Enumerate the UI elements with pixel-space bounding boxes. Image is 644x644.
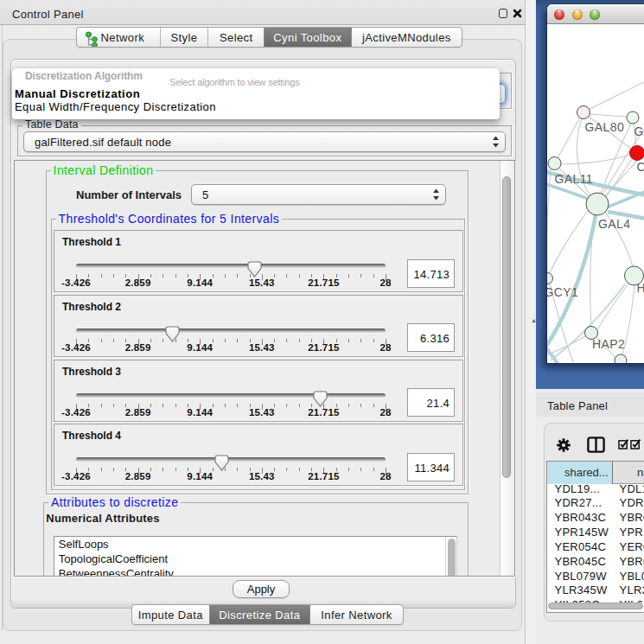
tab-jactivemnodules[interactable]: jActiveMNodules xyxy=(351,28,462,47)
tab-label: Infer Network xyxy=(321,609,392,622)
node-label-gcy1: GCY1 xyxy=(547,285,578,299)
slider-tick-labels: -3.426 2.859 9.144 15.43 21.715 28 xyxy=(76,342,386,353)
threshold-2-panel: Threshold 2 -3.426 2.859 9.144 15.43 21.… xyxy=(54,295,463,357)
tick-label: 9.144 xyxy=(187,342,213,353)
tick-label: 28 xyxy=(379,277,391,288)
table-data-label: Table Data xyxy=(22,118,81,131)
panel-left-border xyxy=(2,25,3,631)
float-window-icon[interactable] xyxy=(499,9,507,18)
tick-label: 21.715 xyxy=(308,407,339,418)
settings-scrollbar-thumb[interactable] xyxy=(502,176,511,478)
threshold-4-slider-thumb[interactable] xyxy=(214,455,229,471)
threshold-3-value[interactable]: 21.4 xyxy=(407,388,455,417)
node-gcy1[interactable] xyxy=(547,273,553,284)
tab-label: Network xyxy=(101,31,144,44)
attributes-scrollbar[interactable] xyxy=(445,537,456,577)
close-traffic-light[interactable] xyxy=(554,10,564,20)
thresholds-group-label: Threshold's Coordinates for 5 Intervals xyxy=(56,213,283,226)
tick-label: 2.859 xyxy=(125,342,151,353)
node-label-c: C xyxy=(637,160,644,174)
tick-label: 21.715 xyxy=(308,471,339,481)
cell-name: YPR14 xyxy=(620,527,644,539)
tick-label: -3.426 xyxy=(61,277,91,288)
tab-style[interactable]: Style xyxy=(160,28,208,47)
tick-label: -3.426 xyxy=(61,407,91,418)
node-red[interactable] xyxy=(630,146,644,161)
threshold-1-slider-thumb[interactable] xyxy=(247,261,262,277)
column-header-name[interactable]: na xyxy=(637,462,644,484)
node-label-hap2: HAP2 xyxy=(592,337,625,351)
tab-label: Cyni Toolbox xyxy=(273,31,341,44)
zoom-traffic-light[interactable] xyxy=(590,10,600,20)
node-label-gal11: GAL11 xyxy=(555,172,594,186)
threshold-1-slider-track[interactable] xyxy=(76,264,386,268)
node-label-ga: GA xyxy=(634,124,644,138)
tick-label: -3.426 xyxy=(61,342,91,353)
tab-network[interactable]: Network xyxy=(77,28,160,47)
threshold-4-panel: Threshold 4 -3.426 2.859 9.144 15.43 21.… xyxy=(54,424,463,486)
network-canvas[interactable]: GAL80 GA C GAL11 GAL4 GCY1 H HAP2 xyxy=(547,24,644,363)
list-item[interactable]: TopologicalCoefficient xyxy=(59,552,168,566)
node-ga[interactable] xyxy=(627,112,639,124)
tab-label: Select xyxy=(220,31,253,44)
number-of-intervals-select[interactable]: 5 xyxy=(191,184,446,205)
threshold-1-title: Threshold 1 xyxy=(62,236,121,248)
tab-impute-data[interactable]: Impute Data xyxy=(132,605,209,624)
number-of-intervals-label: Number of Intervals xyxy=(76,188,182,201)
threshold-3-slider-thumb[interactable] xyxy=(313,391,328,407)
threshold-2-slider-track[interactable] xyxy=(76,328,386,333)
cell-name: YBL07 xyxy=(620,571,644,583)
threshold-3-slider-track[interactable] xyxy=(76,393,386,398)
close-icon[interactable] xyxy=(513,9,522,18)
dropdown-item-manual[interactable]: Manual Discretization xyxy=(15,87,140,100)
tick-label: 2.859 xyxy=(125,407,151,418)
checkbox-icon[interactable] xyxy=(618,438,629,450)
threshold-3-title: Threshold 3 xyxy=(62,366,121,378)
slider-tick-labels: -3.426 2.859 9.144 15.43 21.715 28 xyxy=(76,471,386,481)
slider-tick-labels: -3.426 2.859 9.144 15.43 21.715 28 xyxy=(76,407,386,418)
tab-infer-network[interactable]: Infer Network xyxy=(309,605,403,624)
node-gal80[interactable] xyxy=(577,106,590,119)
node-gal11[interactable] xyxy=(548,157,561,170)
node-label-h: H xyxy=(637,281,644,295)
list-item[interactable]: BetweennessCentrality xyxy=(59,566,174,576)
tab-label: Impute Data xyxy=(138,609,203,622)
node-gal4[interactable] xyxy=(586,193,609,215)
threshold-2-slider-thumb[interactable] xyxy=(165,326,180,342)
node-label-gal4: GAL4 xyxy=(598,217,630,231)
threshold-1-value[interactable]: 14.713 xyxy=(407,259,455,288)
tab-select[interactable]: Select xyxy=(207,28,264,47)
apply-button[interactable]: Apply xyxy=(233,580,290,598)
tab-discretize-data[interactable]: Discretize Data xyxy=(209,605,309,624)
interval-definition-label: Interval Definition xyxy=(51,164,156,177)
network-view-window: GAL80 GA C GAL11 GAL4 GCY1 H HAP2 xyxy=(547,4,644,363)
table-hscrollbar[interactable] xyxy=(547,603,644,612)
tick-label: 21.715 xyxy=(308,342,339,353)
tab-cyni-toolbox[interactable]: Cyni Toolbox xyxy=(264,28,351,47)
checkbox-icon[interactable] xyxy=(630,438,641,450)
network-window-titlebar[interactable] xyxy=(547,4,644,24)
threshold-4-value[interactable]: 11.344 xyxy=(407,453,455,481)
cell-shared-name: YDL19... xyxy=(555,484,601,495)
dropdown-item-equal-width[interactable]: Equal Width/Frequency Discretization xyxy=(15,100,216,113)
threshold-2-value[interactable]: 6.316 xyxy=(407,323,455,352)
tick-label: 21.715 xyxy=(308,277,339,288)
node-table: shared... na YDL19...YDL19 YDR27...YDR27… xyxy=(546,461,644,613)
settings-scrollbar[interactable] xyxy=(500,161,514,576)
list-item[interactable]: SelfLoops xyxy=(59,537,109,552)
dropdown-prompt: Select algorithm to view settings xyxy=(169,77,300,87)
gear-icon[interactable] xyxy=(557,438,571,452)
minimize-traffic-light[interactable] xyxy=(572,10,583,20)
attributes-scrollbar-thumb[interactable] xyxy=(448,539,456,577)
combo-arrows-icon xyxy=(492,136,500,148)
threshold-4-slider-track[interactable] xyxy=(76,457,386,462)
table-data-select[interactable]: galFiltered.sif default node xyxy=(23,131,506,152)
column-header-shared-name[interactable]: shared... xyxy=(547,462,613,484)
tab-label: jActiveMNodules xyxy=(362,31,451,44)
table-hscrollbar-thumb[interactable] xyxy=(548,603,643,609)
node-partial[interactable] xyxy=(615,354,627,363)
tab-label: Discretize Data xyxy=(219,609,300,622)
slider-tick-labels: -3.426 2.859 9.144 15.43 21.715 28 xyxy=(76,277,386,288)
columns-icon[interactable] xyxy=(587,437,605,453)
tick-label: 9.144 xyxy=(187,471,213,481)
